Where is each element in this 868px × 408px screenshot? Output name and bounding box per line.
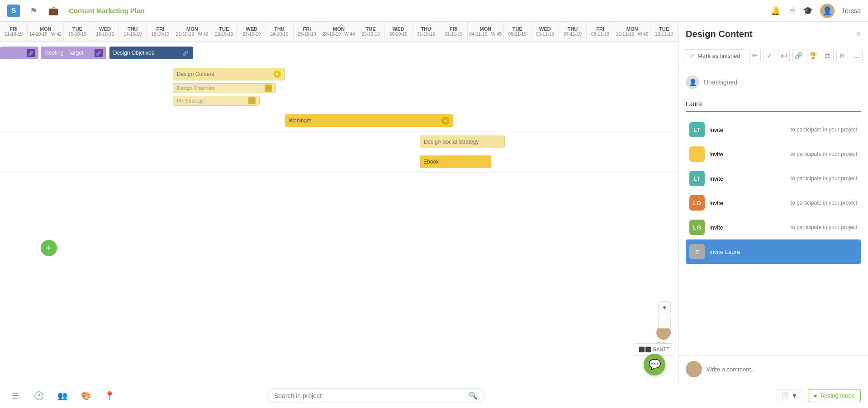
- invite-label-4: Invite: [709, 200, 723, 206]
- panel-body: 👤 Unassigned LT Invite to participate in…: [678, 66, 868, 355]
- invite-label-2: Invite: [709, 151, 723, 158]
- person-icon: 👤: [686, 75, 699, 89]
- testing-mode-button[interactable]: ● Testing mode: [808, 389, 861, 402]
- balance-icon-btn[interactable]: ⚖: [822, 49, 834, 62]
- project-title: Content Marketing Plan: [69, 7, 145, 14]
- task-bar-design-objectives[interactable]: Design Objetives 🔗: [109, 47, 193, 59]
- header-cell-mon42: MON 14-10-19 · W 42: [28, 22, 64, 41]
- avatar-badge-yellow: [689, 146, 705, 162]
- list-view-icon[interactable]: ☰: [7, 388, 24, 404]
- comment-area: [678, 355, 868, 383]
- avatar-badge-question: ?: [689, 244, 705, 259]
- header-cell-tue: TUE 15-10-19: [64, 22, 91, 41]
- doc-chevron: ▼: [792, 392, 797, 399]
- header-cell-mon43: MON 21-10-19 · W 43: [174, 22, 210, 41]
- invite-label-1: Invite: [709, 127, 723, 133]
- invite-label-3: Invite: [709, 175, 723, 182]
- header-cell-mon44: MON 28-10-19 · W 44: [321, 22, 357, 41]
- search-input[interactable]: [274, 392, 465, 399]
- header-cell-tue3: TUE 29-10-19: [357, 22, 385, 41]
- invite-label-5: Invite: [709, 224, 723, 231]
- task-bar-design-channels[interactable]: Design Channels 🔗: [173, 83, 276, 93]
- more-icon-btn[interactable]: …: [851, 49, 863, 62]
- header-cell-wed4: WED 06-11-19: [531, 22, 559, 41]
- gantt-header: FRI 11-10-19 MON 14-10-19 · W 42 TUE 15-…: [0, 22, 678, 42]
- zoom-in-button[interactable]: +: [658, 301, 671, 314]
- doc-button[interactable]: 📄 ▼: [777, 389, 802, 402]
- link-icon-btn[interactable]: 🔗: [792, 49, 804, 62]
- assignee-label: Unassigned: [704, 79, 737, 86]
- bell-icon[interactable]: 🔔: [770, 6, 780, 16]
- invite-item-5[interactable]: LG Invite to participate in your project: [686, 215, 861, 239]
- invite-item-3[interactable]: LT Invite to participate in your project: [686, 166, 861, 191]
- task-bar-design-social[interactable]: Design Social Strategy: [420, 136, 505, 148]
- zoom-out-button[interactable]: −: [658, 316, 671, 328]
- task-bar-webinars[interactable]: Webinars ✕: [285, 114, 453, 127]
- invite-laura-label: Invite Laura: [709, 249, 740, 255]
- header-cell-fri4: FRI 01-11-19: [440, 22, 468, 41]
- invite-item-2[interactable]: Invite to participate in your project: [686, 142, 861, 166]
- invite-item-1[interactable]: LT Invite to participate in your project: [686, 117, 861, 142]
- header-cell-mon46: MON 11-11-19 · W 46: [614, 22, 650, 41]
- header-cell-mon45: MON 04-11-19 · W 45: [468, 22, 504, 41]
- panel-title: Design Content: [686, 29, 753, 39]
- avatar-badge-lg: LG: [689, 220, 705, 235]
- panel-toolbar: ✓ Mark as finished ✏ ✓ 🏷 🔗 🏆 ⚖ ⚙ …: [678, 45, 868, 66]
- person-pin-icon[interactable]: 📍: [101, 388, 118, 404]
- user-name: Teresa: [842, 7, 861, 14]
- tag-icon-btn[interactable]: 🏷: [778, 49, 790, 62]
- monitor-icon[interactable]: 🖥: [787, 6, 796, 15]
- gear-icon-btn[interactable]: ⚙: [836, 49, 848, 62]
- comment-input[interactable]: [707, 366, 861, 373]
- task-bar-design-content[interactable]: Design Content ✕: [173, 68, 285, 80]
- graduation-icon[interactable]: 🎓: [803, 6, 813, 16]
- avatar-badge-ld: LD: [689, 195, 705, 211]
- assignee-search-input[interactable]: [686, 97, 861, 112]
- search-area: 🔍: [267, 388, 484, 403]
- mark-as-finished-button[interactable]: ✓ Mark as finished: [684, 49, 746, 62]
- task-bar-unknown[interactable]: 🔗: [0, 47, 38, 59]
- right-bottom-bar: 📄 ▼ ● Testing mode: [777, 389, 861, 402]
- header-cell-wed3: WED 30-10-19: [385, 22, 413, 41]
- nav-icon-briefcase[interactable]: 💼: [47, 5, 60, 17]
- panel-close-button[interactable]: ×: [856, 29, 861, 39]
- invite-list: LT Invite to participate in your project…: [686, 117, 861, 264]
- app-logo: S: [7, 5, 20, 17]
- top-nav: S ⚑ 💼 Content Marketing Plan 🔔 🖥 🎓 👤 Ter…: [0, 0, 868, 22]
- invite-sub-1: to participate in your project: [791, 127, 857, 133]
- check-icon: ✓: [690, 52, 695, 59]
- commenter-avatar: [686, 361, 702, 377]
- header-cell-fri: FRI 11-10-19: [0, 22, 28, 41]
- header-cell-tue2: TUE 22-10-19: [210, 22, 238, 41]
- task-bar-pr-strategy[interactable]: PR Strategy 🔗: [173, 96, 260, 106]
- edit-icon-btn[interactable]: ✏: [749, 49, 761, 62]
- right-panel: Design Content × ✓ Mark as finished ✏ ✓ …: [678, 22, 868, 383]
- panel-header: Design Content ×: [678, 22, 868, 45]
- add-task-button[interactable]: +: [41, 240, 57, 256]
- user-avatar[interactable]: 👤: [820, 4, 835, 18]
- avatar-badge-lt2: LT: [689, 171, 705, 186]
- bottom-bar: ☰ 🕐 👥 🎨 📍 🔍 📄 ▼ ● Testing mode: [0, 383, 868, 408]
- history-icon[interactable]: 🕐: [31, 388, 47, 404]
- nav-icon-search[interactable]: ⚑: [27, 5, 40, 17]
- team-icon[interactable]: 👥: [54, 388, 71, 404]
- invite-laura-item[interactable]: ? Invite Laura: [686, 239, 861, 264]
- invite-item-4[interactable]: LD Invite to participate in your project: [686, 191, 861, 215]
- assignee-row: 👤 Unassigned: [686, 72, 861, 93]
- testing-dot-icon: ●: [814, 392, 817, 399]
- trophy-icon-btn[interactable]: 🏆: [807, 49, 819, 62]
- task-bar-ebook[interactable]: Ebook: [420, 155, 491, 168]
- task-bar-meeting-target[interactable]: Meeting - Target 🔗: [41, 47, 106, 59]
- header-cell-fri3: FRI 25-10-19: [294, 22, 321, 41]
- doc-icon: 📄: [782, 392, 789, 399]
- invite-sub-5: to participate in your project: [791, 224, 857, 230]
- main-area: FRI 11-10-19 MON 14-10-19 · W 42 TUE 15-…: [0, 22, 868, 383]
- check-icon-btn[interactable]: ✓: [764, 49, 775, 62]
- search-icon[interactable]: 🔍: [469, 391, 478, 400]
- palette-icon[interactable]: 🎨: [78, 388, 94, 404]
- header-cell-wed2: WED 23-10-19: [238, 22, 266, 41]
- invite-sub-4: to participate in your project: [791, 200, 857, 206]
- chat-fab-button[interactable]: 💬: [644, 354, 665, 375]
- avatar-badge-lt1: LT: [689, 122, 705, 137]
- header-cell-wed: WED 16-10-19: [91, 22, 119, 41]
